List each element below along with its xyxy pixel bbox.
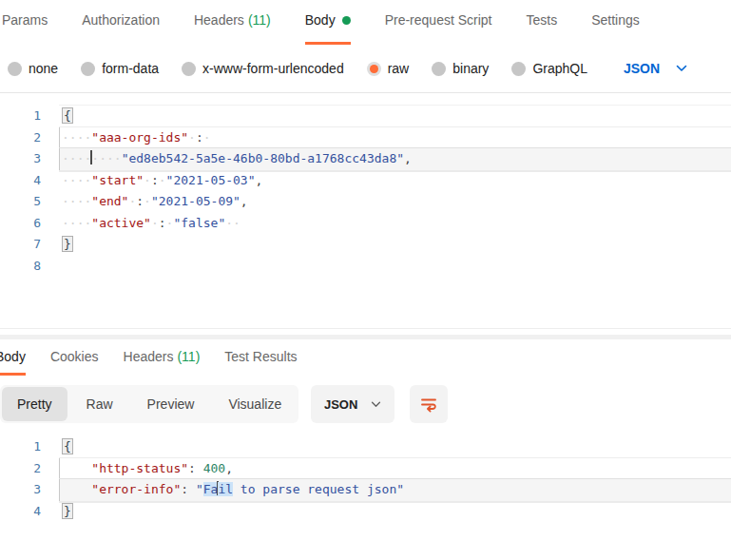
token-brace: { <box>62 438 73 454</box>
response-tab-body[interactable]: Body <box>0 349 26 376</box>
radio-graphql[interactable]: GraphQL <box>511 61 587 76</box>
radio-circle <box>81 62 95 76</box>
view-mode-pretty[interactable]: Pretty <box>2 387 67 421</box>
line-number: 4 <box>0 170 59 192</box>
radio-raw[interactable]: raw <box>367 61 410 76</box>
line-number: 4 <box>0 501 59 523</box>
code-line-4[interactable]: 4} <box>0 501 731 523</box>
token-ws: · <box>144 194 151 208</box>
radio-label: form-data <box>102 61 159 76</box>
token-key: "aaa-org-ids" <box>91 130 188 145</box>
token-brace: } <box>62 236 73 252</box>
tab-authorization[interactable]: Authorization <box>82 12 160 45</box>
view-mode-visualize[interactable]: Visualize <box>213 387 297 421</box>
code-line-4[interactable]: 4····"start"·:·"2021-05-03", <box>0 170 731 192</box>
response-language-value: JSON <box>324 397 357 412</box>
raw-language-dropdown[interactable]: JSON <box>624 61 687 76</box>
token-ws: · <box>144 173 151 187</box>
line-number: 1 <box>0 436 59 458</box>
response-toolbar: Pretty Raw Preview Visualize JSON <box>0 385 731 423</box>
tab-label: Headers <box>124 349 174 364</box>
token-ws: ···· <box>62 194 91 208</box>
view-mode-preview[interactable]: Preview <box>132 387 210 421</box>
wrap-text-icon <box>419 395 438 414</box>
tab-pre-request-script[interactable]: Pre-request Script <box>385 12 492 45</box>
code-content: } <box>59 501 731 523</box>
token-punct: : <box>196 130 203 145</box>
pane-resize-handle[interactable] <box>0 335 731 339</box>
token-ws: · <box>203 130 211 145</box>
token-ws: ···· <box>62 173 91 187</box>
code-line-3[interactable]: 3········"ed8eb542-5a5e-46b0-80bd-a1768c… <box>0 148 731 170</box>
token-str: "2021-05-09" <box>151 194 240 208</box>
code-line-8[interactable]: 8 <box>0 256 731 278</box>
code-line-7[interactable]: 7} <box>0 234 731 256</box>
code-line-2[interactable]: 2 "http-status": 400, <box>0 458 731 480</box>
response-language-dropdown[interactable]: JSON <box>311 385 394 423</box>
response-tab-cookies[interactable]: Cookies <box>50 349 99 376</box>
tab-label: Test Results <box>224 349 297 364</box>
code-line-3[interactable]: 3 "error-info": "Fail to parse request j… <box>0 479 731 501</box>
token-punct: : <box>151 173 159 187</box>
radio-binary[interactable]: binary <box>432 61 489 76</box>
body-filled-dot <box>342 16 351 25</box>
response-body-editor[interactable]: 1{2 "http-status": 400,3 "error-info": "… <box>0 434 731 522</box>
headers-count: (11) <box>248 12 271 28</box>
view-mode-label: Visualize <box>228 396 281 412</box>
view-mode-label: Preview <box>147 396 195 412</box>
token-punct: , <box>225 461 233 475</box>
radio-label: x-www-form-urlencoded <box>202 61 344 76</box>
code-content: ····"aaa-org-ids"·:· <box>59 127 731 149</box>
tab-headers[interactable]: Headers(11) <box>194 12 271 45</box>
token-str: to parse request json" <box>233 482 404 496</box>
tab-tests[interactable]: Tests <box>526 12 557 45</box>
code-content <box>59 256 731 278</box>
token-ws: ·· <box>225 216 240 230</box>
code-content: "error-info": "Fail to parse request jso… <box>59 479 731 501</box>
wrap-text-button[interactable] <box>410 385 448 423</box>
tab-params[interactable]: Params <box>2 12 48 45</box>
token-brace: } <box>62 503 73 519</box>
code-line-2[interactable]: 2····"aaa-org-ids"·:· <box>0 127 731 149</box>
view-mode-raw[interactable]: Raw <box>71 387 128 421</box>
request-body-editor[interactable]: 1{2····"aaa-org-ids"·:·3········"ed8eb54… <box>0 93 731 277</box>
view-mode-label: Raw <box>87 396 113 412</box>
token-num: 400 <box>203 461 225 475</box>
request-tabs: Params Authorization Headers(11) Body Pr… <box>0 0 731 45</box>
radio-selected-dot <box>370 65 378 73</box>
code-line-6[interactable]: 6····"active"·:·"false"·· <box>0 213 731 235</box>
code-content: { <box>59 106 731 127</box>
tab-body[interactable]: Body <box>305 12 351 45</box>
token-punct: , <box>256 173 263 187</box>
raw-language-value: JSON <box>624 61 660 76</box>
code-line-1[interactable]: 1{ <box>0 436 731 458</box>
response-tab-headers[interactable]: Headers(11) <box>124 349 201 376</box>
code-content: ····"end"·:·"2021-05-09", <box>59 191 731 213</box>
tab-label: Tests <box>526 12 557 28</box>
line-number: 7 <box>0 234 59 256</box>
token-ws: ···· <box>62 216 91 230</box>
radio-x-www-form-urlencoded[interactable]: x-www-form-urlencoded <box>182 61 344 76</box>
body-type-selector: none form-data x-www-form-urlencoded raw… <box>0 45 731 93</box>
token-strsel: Fa <box>203 482 219 496</box>
code-line-1[interactable]: 1{ <box>0 106 731 127</box>
tab-label: Params <box>2 12 48 28</box>
token-punct: , <box>240 194 248 208</box>
token-punct: : <box>136 194 144 208</box>
token-ws: ···· <box>62 151 91 165</box>
token-str: "false" <box>173 216 225 230</box>
tab-label: Authorization <box>82 12 160 28</box>
radio-none[interactable]: none <box>8 61 58 76</box>
line-number: 1 <box>0 106 59 127</box>
tab-label: Cookies <box>50 349 99 364</box>
line-number: 5 <box>0 191 59 213</box>
radio-form-data[interactable]: form-data <box>81 61 159 76</box>
code-line-5[interactable]: 5····"end"·:·"2021-05-09", <box>0 191 731 213</box>
token-key: "error-info" <box>91 482 181 496</box>
token-sp <box>62 482 91 496</box>
token-key: "start" <box>91 173 144 187</box>
line-number: 2 <box>0 458 59 480</box>
code-content: ····"active"·:·"false"·· <box>59 213 731 235</box>
response-tab-test-results[interactable]: Test Results <box>224 349 297 376</box>
tab-settings[interactable]: Settings <box>591 12 640 45</box>
